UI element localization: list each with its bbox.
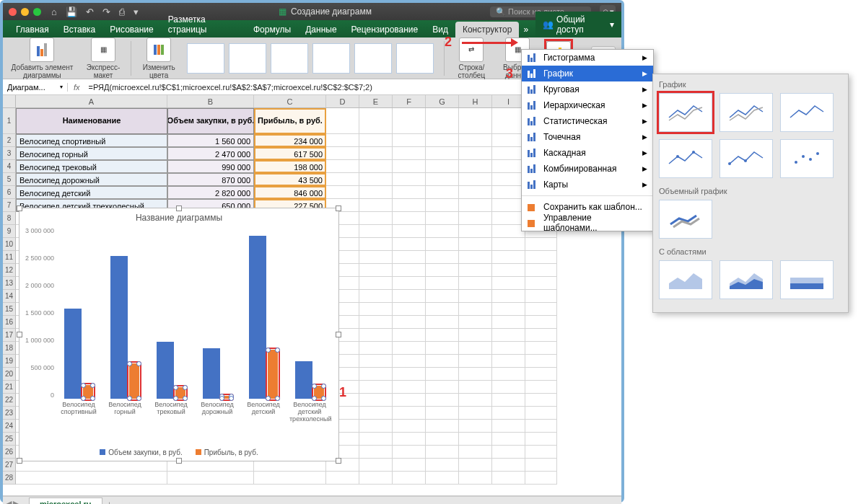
chart-type-menu-item[interactable]: График▶	[522, 66, 653, 81]
tab-data[interactable]: Данные	[298, 22, 344, 37]
line-chart-option-6[interactable]	[780, 139, 834, 178]
select-all-corner[interactable]	[3, 95, 16, 107]
chart-style-gallery[interactable]	[187, 43, 434, 74]
line-chart-option-5[interactable]	[720, 139, 773, 178]
line-chart-submenu: График Объемный график С областями	[652, 74, 849, 313]
chart-element-icon	[37, 43, 47, 56]
minimize-window-button[interactable]	[21, 8, 29, 16]
title-bar: ⌂ 💾 ↶ ↷ ⎙ ▾ ▦Создание диаграмм 🔍 Поиск н…	[3, 3, 621, 20]
tab-layout[interactable]: Разметка страницы	[161, 12, 246, 37]
svg-point-0	[676, 155, 679, 158]
svg-point-7	[816, 152, 819, 155]
col-header-C[interactable]: C	[254, 95, 326, 107]
col-header-G[interactable]: G	[426, 95, 459, 107]
tab-draw[interactable]: Рисование	[102, 22, 160, 37]
file-icon: ▦	[279, 6, 287, 17]
chart-x-axis-labels: Велосипед спортивныйВелосипед горныйВело…	[56, 402, 333, 436]
more-icon[interactable]: ▾	[134, 6, 139, 17]
chart-legend[interactable]: Объем закупки, в руб. Прибыль, в руб.	[19, 448, 338, 456]
chart-type-menu-item[interactable]: Круговая▶	[522, 81, 653, 97]
col-header-H[interactable]: H	[459, 95, 492, 107]
add-sheet-button[interactable]: +	[102, 500, 117, 505]
svg-marker-12	[790, 283, 823, 289]
chart-type-menu-item[interactable]: Статистическая▶	[522, 113, 653, 129]
change-colors-button[interactable]: Изменить цвета	[141, 37, 177, 79]
layout-icon: ▦	[100, 45, 107, 53]
tab-review[interactable]: Рецензирование	[344, 22, 426, 37]
sheet-nav-next[interactable]: ▶	[13, 499, 19, 504]
col-header-A[interactable]: A	[16, 95, 167, 107]
chart-type-menu-item[interactable]: Иерархическая▶	[522, 97, 653, 113]
svg-point-1	[692, 151, 695, 154]
close-window-button[interactable]	[9, 8, 17, 16]
tab-insert[interactable]: Вставка	[56, 22, 103, 37]
fx-button[interactable]: fx	[68, 83, 86, 92]
line-chart-option-1[interactable]	[659, 93, 712, 132]
area-option-1[interactable]	[659, 260, 712, 299]
chart-type-menu-footer[interactable]: Управление шаблонами...	[522, 215, 653, 231]
chart-type-menu-item[interactable]: Точечная▶	[522, 129, 653, 145]
add-chart-element-button[interactable]: Добавить элемент диаграммы	[9, 37, 76, 79]
tab-formulas[interactable]: Формулы	[246, 22, 298, 37]
svg-point-2	[728, 162, 731, 165]
undo-icon[interactable]: ↶	[86, 6, 94, 17]
embedded-chart[interactable]: Название диаграммы 3 000 0002 500 0002 0…	[19, 208, 339, 461]
chart-plot-area[interactable]	[56, 227, 333, 399]
sheet-nav-prev[interactable]: ◀	[6, 499, 12, 504]
svg-point-3	[744, 159, 747, 162]
area-option-3[interactable]	[780, 260, 834, 299]
quick-access-toolbar: ⌂ 💾 ↶ ↷ ⎙ ▾	[51, 6, 139, 17]
svg-point-6	[809, 158, 812, 161]
redo-icon[interactable]: ↷	[102, 6, 110, 17]
line-chart-option-3[interactable]	[780, 93, 834, 132]
svg-point-4	[795, 161, 797, 164]
name-box[interactable]: Диаграм...▾	[3, 83, 68, 92]
home-icon[interactable]: ⌂	[51, 6, 57, 17]
share-icon: 👥	[543, 19, 554, 30]
palette-icon	[154, 45, 164, 55]
chart-type-menu: Гистограмма▶График▶Круговая▶Иерархическа…	[521, 49, 654, 231]
chart-type-menu-item[interactable]: Каскадная▶	[522, 145, 653, 161]
svg-point-5	[802, 155, 805, 158]
line3d-option-1[interactable]	[659, 200, 712, 239]
line-chart-option-2[interactable]	[720, 93, 773, 132]
svg-marker-8	[669, 273, 702, 289]
area-option-2[interactable]	[720, 260, 773, 299]
ribbon-tabs: Главная Вставка Рисование Разметка стран…	[3, 20, 621, 37]
tabs-overflow[interactable]: »	[519, 22, 533, 37]
col-header-D[interactable]: D	[326, 95, 359, 107]
submenu-section-area: С областями	[659, 244, 842, 260]
col-header-F[interactable]: F	[393, 95, 426, 107]
switch-icon: ⇄	[468, 45, 474, 53]
col-header-B[interactable]: B	[167, 95, 254, 107]
callout-3: 3	[506, 66, 513, 81]
print-icon[interactable]: ⎙	[119, 6, 125, 17]
chart-type-menu-item[interactable]: Комбинированная▶	[522, 161, 653, 177]
tab-home[interactable]: Главная	[9, 22, 56, 37]
save-icon[interactable]: 💾	[66, 6, 77, 17]
chart-y-axis: 3 000 0002 500 0002 000 0001 500 0001 00…	[22, 227, 54, 399]
callout-1: 1	[339, 385, 346, 400]
col-header-E[interactable]: E	[359, 95, 393, 107]
tab-share[interactable]: 👥Общий доступ▾	[535, 12, 621, 37]
tab-chart-design[interactable]: Конструктор	[455, 22, 519, 37]
window-title: Создание диаграмм	[291, 6, 372, 17]
submenu-section-line: График	[659, 77, 842, 93]
callout-arrow	[462, 42, 512, 44]
submenu-section-3d: Объемный график	[659, 184, 842, 200]
callout-2: 2	[445, 35, 452, 50]
chart-type-menu-item[interactable]: Гистограмма▶	[522, 50, 653, 66]
chart-type-menu-item[interactable]: Карты▶	[522, 177, 653, 193]
sheet-tabs: ◀▶ microexcel.ru +	[3, 496, 621, 504]
quick-layout-button[interactable]: ▦ Экспресс-макет	[86, 37, 121, 79]
line-chart-option-4[interactable]	[659, 139, 712, 178]
sheet-tab[interactable]: microexcel.ru	[29, 498, 102, 504]
zoom-window-button[interactable]	[33, 8, 41, 16]
